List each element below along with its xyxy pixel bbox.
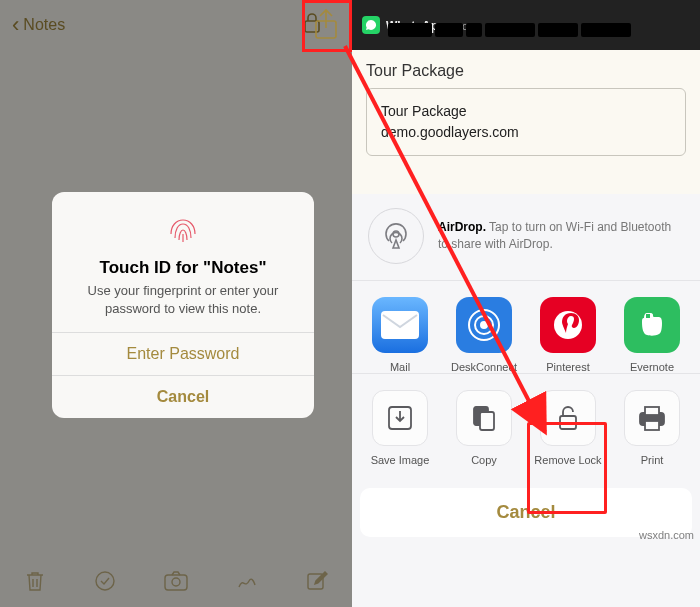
annotation-box-removelock: [527, 422, 607, 514]
share-app-mail[interactable]: Mail: [358, 297, 442, 373]
share-sheet: AirDrop. Tap to turn on Wi-Fi and Blueto…: [352, 194, 700, 607]
notification-body-redacted: [388, 20, 680, 48]
share-right-screen: WhatsApp now Tour Package Tour Package d…: [352, 0, 700, 607]
airdrop-text: AirDrop. Tap to turn on Wi-Fi and Blueto…: [438, 219, 684, 253]
page-title: Tour Package: [366, 62, 686, 80]
svg-rect-18: [645, 421, 659, 430]
whatsapp-icon: [362, 16, 380, 34]
card-subtitle: demo.goodlayers.com: [381, 122, 671, 143]
copy-icon: [456, 390, 512, 446]
share-app-deskconnect[interactable]: DeskConnect: [442, 297, 526, 373]
dialog-title: Touch ID for "Notes": [52, 258, 314, 278]
svg-rect-17: [645, 407, 659, 415]
svg-rect-7: [381, 311, 419, 339]
save-image-icon: [372, 390, 428, 446]
action-save-image[interactable]: Save Image: [358, 390, 442, 466]
card-title: Tour Package: [381, 101, 671, 122]
touchid-icon: [163, 210, 203, 250]
deskconnect-icon: [456, 297, 512, 353]
notification-banner[interactable]: WhatsApp now: [352, 0, 700, 50]
svg-point-10: [481, 322, 487, 328]
print-icon: [624, 390, 680, 446]
evernote-icon: [624, 297, 680, 353]
airdrop-icon: [368, 208, 424, 264]
share-app-pinterest[interactable]: Pinterest: [526, 297, 610, 373]
mail-icon: [372, 297, 428, 353]
dialog-subtitle: Use your fingerprint or enter your passw…: [52, 278, 314, 332]
share-app-evernote[interactable]: Evernote: [610, 297, 694, 373]
annotation-box-share: [302, 0, 352, 52]
action-copy[interactable]: Copy: [442, 390, 526, 466]
enter-password-button[interactable]: Enter Password: [52, 332, 314, 375]
share-actions-row: Save Image Copy Remove Lock: [352, 374, 700, 480]
svg-rect-14: [480, 412, 494, 430]
airdrop-row[interactable]: AirDrop. Tap to turn on Wi-Fi and Blueto…: [352, 194, 700, 281]
touchid-dialog: Touch ID for "Notes" Use your fingerprin…: [52, 192, 314, 418]
dialog-cancel-button[interactable]: Cancel: [52, 375, 314, 418]
pinterest-icon: [540, 297, 596, 353]
notes-left-screen: ‹ Notes Touch ID for "Notes": [0, 0, 352, 607]
action-print[interactable]: Print: [610, 390, 694, 466]
share-apps-row: Mail DeskConnect Pinterest: [352, 281, 700, 374]
note-link-card[interactable]: Tour Package demo.goodlayers.com: [366, 88, 686, 156]
watermark: wsxdn.com: [639, 529, 694, 541]
